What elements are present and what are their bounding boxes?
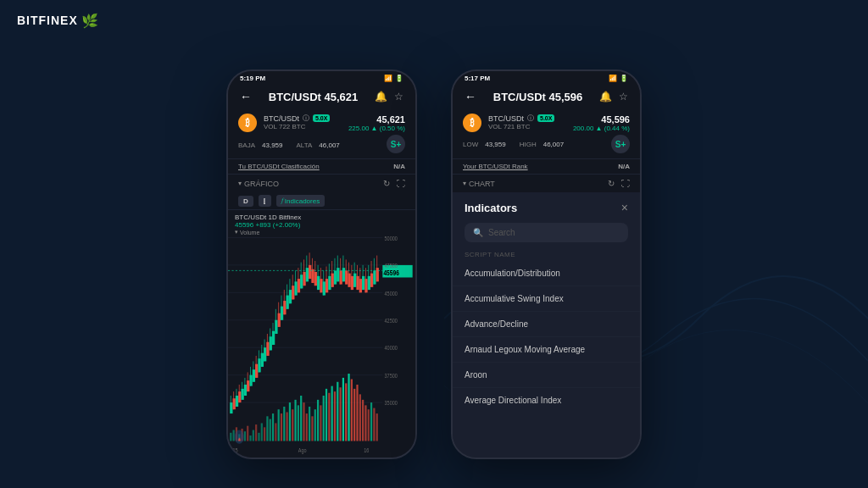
- rank-row-2: Your BTC/USDt Rank N/A: [453, 158, 640, 175]
- svg-rect-115: [306, 268, 309, 281]
- status-bar-1: 5:19 PM 📶 🔋: [228, 71, 415, 85]
- indicators-search-box[interactable]: 🔍 Search: [465, 223, 628, 242]
- s-button-2[interactable]: S+: [611, 135, 630, 153]
- close-indicators-button[interactable]: ×: [621, 201, 628, 214]
- svg-rect-28: [289, 402, 291, 441]
- rank-text-1[interactable]: Tu BTC/USDt Clasificación: [238, 163, 320, 170]
- svg-rect-117: [309, 265, 311, 279]
- vol-row-1: VOL 722 BTC: [264, 123, 330, 130]
- svg-rect-75: [249, 375, 252, 386]
- svg-rect-165: [376, 268, 379, 281]
- s-button-1[interactable]: S+: [387, 135, 405, 153]
- search-icon: 🔍: [473, 228, 483, 237]
- svg-rect-33: [303, 402, 304, 441]
- svg-rect-54: [362, 400, 364, 441]
- change-1: 225.00 ▲ (0.50 %): [348, 125, 405, 132]
- svg-rect-63: [233, 398, 236, 409]
- back-button-1[interactable]: ←: [240, 90, 252, 103]
- expand-icon-1[interactable]: ⛶: [397, 179, 405, 188]
- svg-text:37500: 37500: [385, 372, 398, 379]
- svg-rect-26: [283, 407, 285, 441]
- pair-info-2: BTC/USDt ⓘ 5.0X: [488, 114, 554, 123]
- svg-text:🔺: 🔺: [236, 434, 242, 443]
- svg-rect-129: [326, 279, 328, 292]
- chart-canvas-1[interactable]: BTC/USDt 1D Bitfinex 45596 +893 (+2.00%)…: [228, 210, 415, 458]
- volume-toggle[interactable]: ▾ Volume: [235, 229, 301, 236]
- chart-label-1: ▾ GRÁFICO: [238, 180, 279, 188]
- svg-rect-149: [353, 274, 356, 287]
- bell-icon-1[interactable]: 🔔: [375, 91, 387, 103]
- chart-toolbar-1: D ⫿ 𝑓 Indicadores: [228, 192, 415, 210]
- rank-value-2: N/A: [618, 163, 630, 170]
- trading-info-1: ₿ BTC/USDt ⓘ 5.0X VOL 722 BTC 45,621: [228, 108, 415, 158]
- svg-rect-91: [272, 331, 275, 345]
- svg-text:45596: 45596: [383, 268, 399, 278]
- svg-rect-46: [339, 387, 341, 441]
- svg-text:50000: 50000: [385, 235, 398, 241]
- chart-section-1: ▾ GRÁFICO ↻ ⛶ D ⫿ 𝑓 Indicadores BTC/USD: [228, 175, 415, 458]
- star-icon-1[interactable]: ☆: [394, 91, 403, 103]
- timeframe-btn-1[interactable]: D: [238, 196, 253, 207]
- svg-rect-59: [376, 413, 378, 441]
- nav-bar-2: ← BTC/USDt 45,596 🔔 ☆: [453, 85, 640, 108]
- status-time-1: 5:19 PM: [240, 75, 265, 82]
- svg-rect-7: [230, 433, 231, 441]
- pair-name-2: BTC/USDt: [488, 114, 524, 123]
- indicator-item-1[interactable]: Accumulation/Distribution: [453, 261, 640, 286]
- svg-rect-133: [331, 274, 334, 287]
- svg-rect-24: [278, 409, 280, 441]
- svg-rect-103: [289, 290, 292, 303]
- svg-rect-19: [264, 427, 265, 441]
- indicator-list: Accumulation/Distribution Accumulative S…: [453, 261, 640, 458]
- svg-rect-145: [348, 274, 350, 287]
- chart-type-btn-1[interactable]: ⫿: [259, 195, 271, 207]
- svg-rect-105: [292, 286, 294, 299]
- nav-icons-2: 🔔 ☆: [599, 91, 628, 103]
- svg-rect-79: [255, 364, 258, 378]
- refresh-icon-2[interactable]: ↻: [608, 179, 615, 188]
- logo-leaf: 🌿: [81, 13, 98, 29]
- logo: BITFINEX 🌿: [17, 13, 98, 29]
- expand-icon-2[interactable]: ⛶: [621, 179, 630, 188]
- svg-rect-13: [247, 426, 248, 441]
- svg-rect-109: [298, 279, 300, 292]
- svg-text:45000: 45000: [385, 290, 398, 297]
- back-button-2[interactable]: ←: [465, 90, 476, 103]
- svg-rect-111: [300, 274, 303, 288]
- indicator-item-3[interactable]: Advance/Decline: [453, 312, 640, 337]
- bell-icon-2[interactable]: 🔔: [599, 91, 612, 103]
- svg-rect-157: [364, 279, 367, 292]
- indicator-item-2[interactable]: Accumulative Swing Index: [453, 286, 640, 312]
- svg-rect-57: [370, 402, 372, 441]
- svg-rect-69: [241, 389, 243, 400]
- svg-text:40000: 40000: [385, 344, 398, 351]
- rank-text-2[interactable]: Your BTC/USDt Rank: [463, 163, 528, 170]
- candlestick-chart: 45596 50000 47500 45000 42500 40000 3750…: [228, 210, 415, 458]
- nav-bar-1: ← BTC/USDt 45,621 🔔 ☆: [228, 85, 415, 108]
- svg-rect-41: [326, 389, 327, 441]
- svg-rect-147: [351, 276, 353, 290]
- svg-rect-53: [359, 394, 361, 441]
- svg-rect-30: [294, 400, 296, 441]
- change-2: 200.00 ▲ (0.44 %): [573, 125, 630, 132]
- svg-rect-135: [334, 270, 337, 284]
- chart-pair-1: BTC/USDt 1D Bitfinex: [235, 214, 301, 221]
- svg-rect-38: [317, 400, 319, 441]
- status-bar-2: 5:17 PM 📶 🔋: [453, 71, 640, 85]
- indicator-item-6[interactable]: Average Directional Index: [453, 388, 640, 413]
- star-icon-2[interactable]: ☆: [619, 91, 628, 103]
- indicators-btn-1[interactable]: 𝑓 Indicadores: [276, 195, 325, 207]
- indicator-item-5[interactable]: Aroon: [453, 363, 640, 388]
- svg-rect-89: [270, 336, 272, 350]
- svg-rect-113: [303, 272, 305, 286]
- search-placeholder: Search: [488, 228, 515, 237]
- svg-rect-56: [368, 409, 370, 441]
- info-icon-1: ⓘ: [303, 114, 309, 123]
- svg-rect-32: [300, 396, 302, 441]
- indicator-item-4[interactable]: Arnaud Legoux Moving Average: [453, 337, 640, 363]
- svg-rect-47: [342, 378, 344, 441]
- status-icons-2: 📶 🔋: [609, 75, 628, 82]
- refresh-icon-1[interactable]: ↻: [383, 179, 390, 188]
- svg-rect-43: [331, 386, 333, 441]
- svg-text:15: 15: [233, 446, 238, 452]
